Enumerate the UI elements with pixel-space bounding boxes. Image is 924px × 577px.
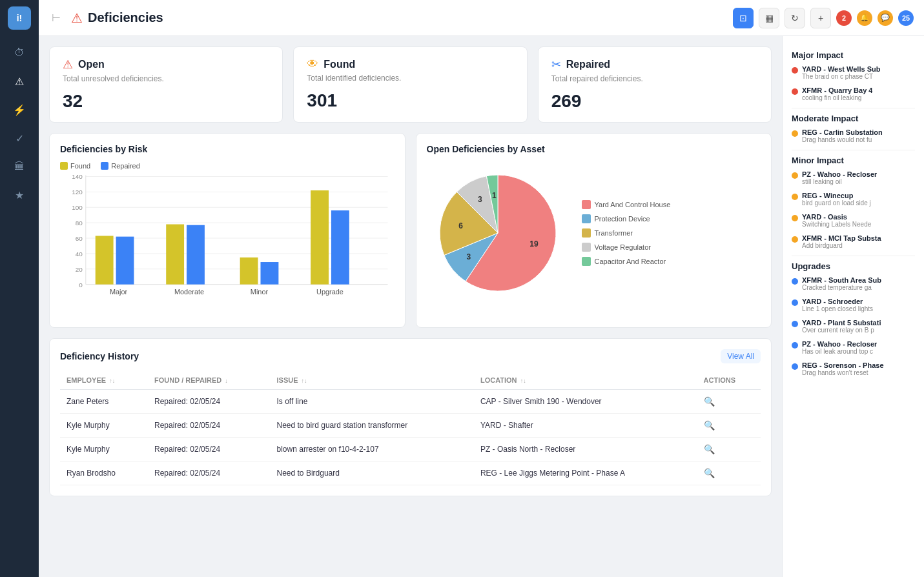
view-all-button[interactable]: View All	[721, 349, 761, 363]
name-pz-wahoo2: PZ - Wahoo - Recloser	[802, 340, 877, 348]
impact-xfmr-quarry[interactable]: XFMR - Quarry Bay 4 cooling fin oil leak…	[792, 86, 915, 101]
sort-found-repaired[interactable]: ↓	[225, 378, 228, 384]
impact-xfmr-mci[interactable]: XFMR - MCI Tap Substa Add birdguard	[792, 234, 915, 249]
text-xfmr-quarry: XFMR - Quarry Bay 4 cooling fin oil leak…	[802, 86, 872, 101]
main-wrapper: ⊢ ⚠ Deficiencies ⊡ ▦ ↻ + 2 🔔 💬 25 ⚠ Op	[39, 0, 924, 577]
badge-red[interactable]: 2	[836, 10, 852, 26]
legend-found: Found	[60, 162, 90, 170]
impact-reg-winecup[interactable]: REG - Winecup bird guard on load side j	[792, 192, 915, 207]
name-yard-schroeder: YARD - Schroeder	[802, 298, 873, 305]
stat-card-repaired: ✂ Repaired Total repaired deficiencies. …	[538, 46, 772, 123]
pie-chart-container: 193631 Yard And Control House Protection…	[427, 162, 761, 304]
search-action-icon[interactable]: 🔍	[704, 420, 715, 430]
stat-open-label: Open	[78, 59, 105, 70]
stat-found-header: 👁 Found	[307, 57, 513, 71]
sort-location[interactable]: ↑↓	[520, 378, 526, 384]
dot-yard-oasis	[792, 215, 798, 221]
impact-reg-sorenson[interactable]: REG - Sorenson - Phase Drag hands won't …	[792, 361, 915, 376]
svg-text:Major: Major	[110, 288, 128, 296]
topbar: ⊢ ⚠ Deficiencies ⊡ ▦ ↻ + 2 🔔 💬 25	[39, 0, 924, 36]
pie-label-val-1: 1	[491, 191, 496, 200]
search-action-icon[interactable]: 🔍	[704, 444, 715, 454]
svg-text:Minor: Minor	[251, 288, 269, 296]
desc-xfmr-mci: Add birdguard	[802, 242, 881, 249]
app-logo[interactable]: i!	[8, 6, 31, 30]
sort-issue[interactable]: ↑↓	[302, 378, 307, 384]
table-wrap: EMPLOYEE ↑↓ FOUND / REPAIRED ↓ ISSUE ↑↓ …	[60, 371, 761, 485]
cell-issue: Need to Birdguard	[271, 461, 474, 485]
grid-view-btn[interactable]: ▦	[759, 8, 779, 28]
add-btn[interactable]: +	[810, 8, 831, 28]
impact-reg-carlin[interactable]: REG - Carlin Substation Drag hands would…	[792, 128, 915, 143]
text-reg-winecup: REG - Winecup bird guard on load side j	[802, 192, 871, 207]
main-panel: ⚠ Open Total unresolved deficiencies. 32…	[39, 36, 782, 577]
cell-actions: 🔍	[697, 438, 761, 461]
table-row: Ryan Brodsho Repaired: 02/05/24 Need to …	[60, 461, 761, 485]
text-yard-plant5: YARD - Plant 5 Substati Over current rel…	[802, 319, 881, 334]
sidebar-icon-star[interactable]: ★	[8, 183, 31, 207]
pie-color-yard	[582, 200, 591, 209]
stat-open-desc: Total unresolved deficiencies.	[63, 74, 269, 83]
bar-major-found	[96, 236, 114, 284]
impact-yard-plant5[interactable]: YARD - Plant 5 Substati Over current rel…	[792, 319, 915, 334]
sidebar-icon-deficiencies[interactable]: ⚠	[8, 70, 31, 93]
bar-major-repaired	[116, 237, 134, 285]
svg-text:40: 40	[76, 250, 83, 258]
search-action-icon[interactable]: 🔍	[704, 396, 715, 407]
svg-text:100: 100	[72, 204, 83, 211]
pie-label-capacitor: Capacitor And Reactor	[595, 258, 666, 265]
name-xfmr-mci: XFMR - MCI Tap Substa	[802, 234, 881, 242]
refresh-btn[interactable]: ↻	[785, 8, 805, 28]
impact-yard-oasis[interactable]: YARD - Oasis Switching Labels Neede	[792, 213, 915, 228]
found-eye-icon: 👁	[307, 57, 318, 71]
bar-chart-card: Deficiencies by Risk Found Repaired	[49, 133, 406, 328]
sidebar-icon-bank[interactable]: 🏛	[8, 155, 31, 178]
desc-reg-carlin: Drag hands would not fu	[802, 136, 883, 143]
view-toggle-btn[interactable]: ⊡	[733, 8, 754, 28]
collapse-button[interactable]: ⊢	[49, 9, 63, 26]
sidebar: i! ⏱ ⚠ ⚡ ✓ 🏛 ★	[0, 0, 39, 577]
impact-pz-wahoo2[interactable]: PZ - Wahoo - Recloser Has oil leak aroun…	[792, 340, 915, 355]
cell-location: PZ - Oasis North - Recloser	[474, 438, 697, 461]
bar-moderate-found	[166, 225, 184, 285]
name-pz-wahoo: PZ - Wahoo - Recloser	[802, 170, 877, 178]
pie-chart-card: Open Deficiencies by Asset 193631 Yard A…	[416, 133, 772, 328]
dot-yard-schroeder	[792, 299, 798, 306]
col-found-repaired: FOUND / REPAIRED ↓	[148, 371, 271, 390]
topbar-actions: ⊡ ▦ ↻ + 2 🔔 💬 25	[733, 8, 914, 28]
cell-found-repaired: Repaired: 02/05/24	[148, 438, 271, 461]
badge-yellow2: 💬	[878, 10, 893, 26]
name-xfmr-south: XFMR - South Area Sub	[802, 276, 881, 284]
sidebar-icon-check[interactable]: ✓	[8, 127, 31, 150]
impact-yard-schroeder[interactable]: YARD - Schroeder Line 1 open closed ligh…	[792, 298, 915, 312]
name-reg-sorenson: REG - Sorenson - Phase	[802, 361, 884, 369]
dot-xfmr-mci	[792, 236, 798, 243]
pie-color-transformer	[582, 228, 591, 238]
svg-text:80: 80	[76, 219, 83, 227]
dot-reg-winecup	[792, 194, 798, 200]
pie-legend-protection: Protection Device	[582, 214, 671, 223]
cell-employee: Kyle Murphy	[60, 438, 148, 461]
name-yard-oasis: YARD - Oasis	[802, 213, 871, 221]
pie-label-transformer: Transformer	[595, 229, 633, 237]
table-row: Kyle Murphy Repaired: 02/05/24 Need to b…	[60, 414, 761, 438]
text-yard-west: YARD - West Wells Sub The braid on c pha…	[802, 65, 880, 80]
stat-repaired-header: ✂ Repaired	[551, 57, 758, 72]
pie-label-val-3: 3	[478, 195, 482, 204]
cell-issue: blown arrester on f10-4-2-107	[271, 438, 474, 461]
bar-chart-container: 0 20 40 60 80 100 120 140 M	[60, 175, 395, 317]
sidebar-icon-dashboard[interactable]: ⏱	[8, 41, 31, 65]
col-issue: ISSUE ↑↓	[271, 371, 474, 390]
impact-xfmr-south[interactable]: XFMR - South Area Sub Cracked temperatur…	[792, 276, 915, 291]
impact-yard-west[interactable]: YARD - West Wells Sub The braid on c pha…	[792, 65, 915, 80]
desc-xfmr-quarry: cooling fin oil leaking	[802, 94, 872, 101]
page-title: Deficiencies	[88, 10, 163, 25]
search-action-icon[interactable]: 🔍	[704, 468, 715, 478]
sort-employee[interactable]: ↑↓	[109, 378, 115, 384]
warning-icon: ⚠	[71, 10, 83, 26]
desc-yard-plant5: Over current relay on B p	[802, 327, 881, 334]
sidebar-icon-map[interactable]: ⚡	[8, 98, 31, 121]
impact-pz-wahoo[interactable]: PZ - Wahoo - Recloser still leaking oil	[792, 170, 915, 185]
badge-blue[interactable]: 25	[898, 10, 914, 26]
pie-legend: Yard And Control House Protection Device…	[582, 200, 671, 266]
